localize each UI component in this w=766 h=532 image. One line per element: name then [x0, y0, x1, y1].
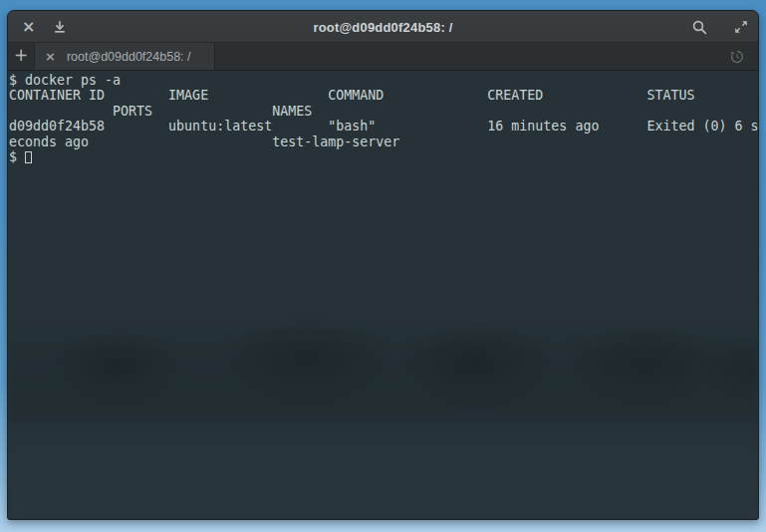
titlebar-left-controls: ×: [20, 11, 67, 43]
prompt-text: $: [9, 149, 25, 164]
desktop: { "titlebar": { "title": "root@d09dd0f24…: [0, 0, 766, 532]
terminal-line-header-2: PORTS NAMES: [9, 104, 758, 119]
terminal-cursor: [25, 151, 32, 163]
fullscreen-icon[interactable]: [734, 20, 748, 34]
titlebar-right-controls: [691, 11, 748, 43]
add-terminal-down-icon[interactable]: [53, 20, 67, 34]
terminal-line-row-1: d09dd0f24b58 ubuntu:latest "bash" 16 min…: [9, 119, 758, 133]
terminal-output: $ docker ps -a CONTAINER ID IMAGE COMMAN…: [8, 71, 758, 164]
search-icon[interactable]: [691, 19, 708, 36]
window-title: root@d09dd0f24b58: /: [8, 11, 758, 43]
tab-label: root@d09dd0f24b58: /: [67, 50, 191, 64]
history-sync-icon[interactable]: [729, 43, 745, 70]
tab-active[interactable]: × root@d09dd0f24b58: /: [35, 43, 215, 70]
close-window-button[interactable]: ×: [20, 17, 37, 37]
terminal-screen[interactable]: $ docker ps -a CONTAINER ID IMAGE COMMAN…: [8, 71, 758, 519]
tab-bar: + × root@d09dd0f24b58: /: [8, 43, 758, 71]
terminal-line-row-2: econds ago test-lamp-server: [9, 134, 758, 149]
titlebar[interactable]: × root@d09dd0f24b58: /: [8, 11, 758, 43]
terminal-prompt-line: $: [9, 149, 758, 164]
tab-close-icon[interactable]: ×: [43, 50, 58, 63]
new-tab-button[interactable]: +: [8, 43, 35, 70]
tabbar-spacer: [215, 43, 729, 70]
terminal-line-header-1: CONTAINER ID IMAGE COMMAND CREATED STATU…: [9, 88, 758, 103]
terminal-line-command: $ docker ps -a: [9, 73, 758, 88]
terminal-window: × root@d09dd0f24b58: /: [7, 10, 759, 520]
